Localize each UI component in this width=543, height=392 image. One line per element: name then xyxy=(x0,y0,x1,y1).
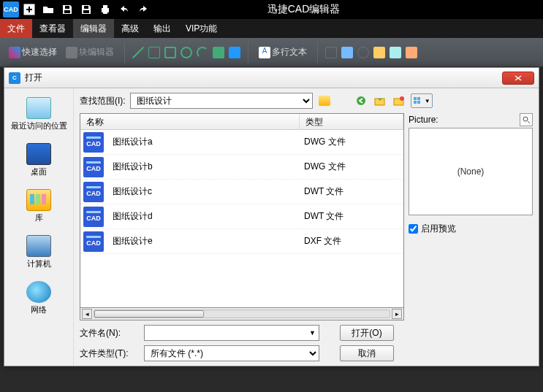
dialog-icon: C xyxy=(9,72,20,84)
list-item[interactable]: CAD 图纸设计e DXF 文件 xyxy=(80,229,403,254)
menubar: 文件 查看器 编辑器 高级 输出 VIP功能 xyxy=(0,19,543,38)
arc-tool-icon[interactable] xyxy=(197,47,208,58)
file-name: 图纸设计b xyxy=(108,161,300,173)
svg-rect-3 xyxy=(64,10,70,13)
svg-point-15 xyxy=(400,96,404,101)
scroll-thumb[interactable] xyxy=(94,310,204,318)
nav-up-button[interactable] xyxy=(373,93,387,108)
paste-tool-icon[interactable] xyxy=(373,47,385,58)
svg-rect-9 xyxy=(103,11,107,14)
look-in-select[interactable]: 图纸设计 xyxy=(130,93,313,109)
place-label: 最近访问的位置 xyxy=(11,120,67,131)
enable-preview-label: 启用预览 xyxy=(421,223,456,235)
quick-select-button[interactable]: 快速选择 xyxy=(6,45,60,60)
new-icon[interactable] xyxy=(20,1,38,18)
place-network[interactable]: 网络 xyxy=(4,277,73,323)
menu-viewer[interactable]: 查看器 xyxy=(32,19,73,38)
rect-tool-icon[interactable] xyxy=(164,47,176,58)
svg-rect-18 xyxy=(414,101,417,104)
svg-line-21 xyxy=(528,121,530,123)
filetype-select[interactable]: 所有文件 (*.*) xyxy=(144,345,319,361)
preview-find-button[interactable] xyxy=(520,113,533,126)
svg-rect-5 xyxy=(83,10,89,13)
redo-icon[interactable] xyxy=(134,1,152,18)
ribbon-separator xyxy=(124,42,125,64)
horizontal-scrollbar[interactable]: ◂ ▸ xyxy=(80,308,404,320)
app-titlebar: CAD 迅捷CAD编辑器 xyxy=(0,0,543,19)
list-item[interactable]: CAD 图纸设计b DWG 文件 xyxy=(80,155,403,180)
menu-editor[interactable]: 编辑器 xyxy=(73,19,114,38)
places-bar: 最近访问的位置 桌面 库 计算机 网络 xyxy=(4,88,74,366)
multiline-text-label: 多行文本 xyxy=(272,46,307,58)
print-icon[interactable] xyxy=(96,1,114,18)
folder-icon xyxy=(319,96,330,106)
new-folder-icon xyxy=(393,96,405,106)
menu-file[interactable]: 文件 xyxy=(0,19,32,38)
desktop-icon xyxy=(26,143,51,165)
enable-preview-input[interactable] xyxy=(409,224,418,234)
open-icon[interactable] xyxy=(39,1,57,18)
list-item[interactable]: CAD 图纸设计a DWG 文件 xyxy=(80,130,403,155)
rotate-tool-icon xyxy=(357,47,369,58)
circle-tool-icon[interactable] xyxy=(181,47,192,58)
copy-tool-icon[interactable] xyxy=(341,47,353,58)
col-type[interactable]: 类型 xyxy=(300,114,403,129)
place-computer[interactable]: 计算机 xyxy=(4,231,73,277)
block-editor-button: 块编辑器 xyxy=(63,45,117,60)
quick-select-label: 快速选择 xyxy=(22,46,57,58)
filename-input[interactable]: ▼ xyxy=(144,325,319,341)
svg-point-12 xyxy=(357,96,365,105)
close-icon xyxy=(514,75,522,81)
clip-tool-icon[interactable] xyxy=(390,47,401,58)
open-button[interactable]: 打开(O) xyxy=(340,325,394,341)
svg-rect-6 xyxy=(84,6,88,9)
view-menu-icon xyxy=(413,96,423,105)
saveas-icon[interactable] xyxy=(77,1,95,18)
menu-output[interactable]: 输出 xyxy=(146,19,178,38)
menu-vip[interactable]: VIP功能 xyxy=(178,19,224,38)
cad-file-icon: CAD xyxy=(83,157,104,177)
file-name: 图纸设计a xyxy=(108,136,300,148)
ribbon-separator xyxy=(317,42,318,64)
place-label: 网络 xyxy=(31,304,47,315)
list-item[interactable]: CAD 图纸设计c DWT 文件 xyxy=(80,180,403,204)
image-tool-icon[interactable] xyxy=(229,47,240,58)
move-tool-icon xyxy=(325,47,337,58)
save-icon[interactable] xyxy=(58,1,76,18)
place-recent[interactable]: 最近访问的位置 xyxy=(4,93,73,139)
scroll-left-icon[interactable]: ◂ xyxy=(82,309,92,319)
preview-content: (None) xyxy=(457,166,485,177)
place-label: 计算机 xyxy=(27,258,51,269)
svg-rect-4 xyxy=(65,6,69,9)
line-tool-icon[interactable] xyxy=(132,47,144,58)
file-list[interactable]: 名称 类型 CAD 图纸设计a DWG 文件 CAD 图纸设计b DWG 文件 xyxy=(80,113,404,308)
menu-advanced[interactable]: 高级 xyxy=(114,19,146,38)
place-label: 桌面 xyxy=(31,166,47,177)
place-desktop[interactable]: 桌面 xyxy=(4,139,73,185)
scroll-right-icon[interactable]: ▸ xyxy=(392,309,402,319)
computer-icon xyxy=(26,235,51,257)
shape-tool-icon[interactable] xyxy=(213,47,224,58)
svg-point-20 xyxy=(523,117,528,121)
file-type: DWG 文件 xyxy=(300,161,403,173)
multiline-text-button[interactable]: A 多行文本 xyxy=(256,45,310,60)
svg-rect-19 xyxy=(417,101,420,104)
list-item[interactable]: CAD 图纸设计d DWT 文件 xyxy=(80,204,403,229)
svg-rect-16 xyxy=(414,97,417,100)
close-button[interactable] xyxy=(502,72,534,85)
place-libraries[interactable]: 库 xyxy=(4,185,73,231)
ribbon-separator xyxy=(248,42,248,64)
nav-back-button[interactable] xyxy=(354,93,368,108)
undo-icon[interactable] xyxy=(115,1,133,18)
nav-viewmode-button[interactable]: ▼ xyxy=(411,93,433,108)
nav-newfolder-button[interactable] xyxy=(392,93,406,108)
misc-tool-icon[interactable] xyxy=(406,47,417,58)
file-name: 图纸设计d xyxy=(108,210,300,223)
cancel-button[interactable]: 取消 xyxy=(340,345,394,361)
enable-preview-checkbox[interactable]: 启用预览 xyxy=(409,223,533,235)
dialog-title: 打开 xyxy=(25,72,42,84)
polyline-tool-icon[interactable] xyxy=(148,47,160,58)
network-icon xyxy=(26,281,51,303)
col-name[interactable]: 名称 xyxy=(80,114,300,129)
file-type: DWG 文件 xyxy=(300,136,403,148)
